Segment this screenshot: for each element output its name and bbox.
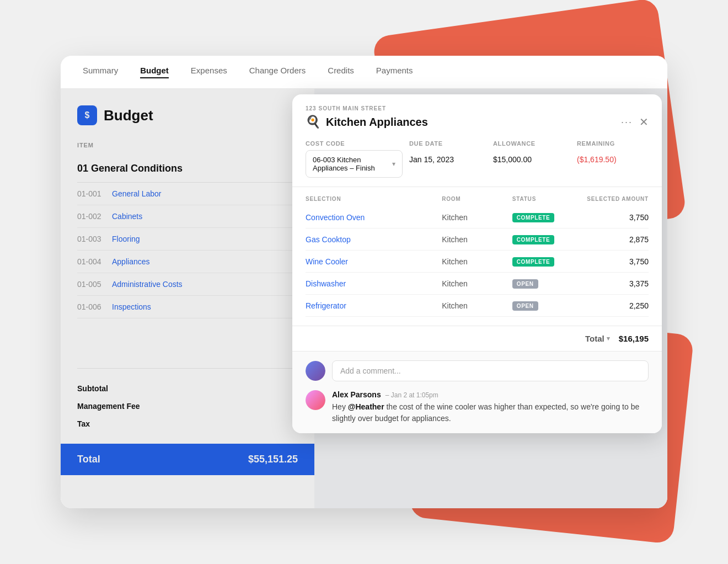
tab-change-orders[interactable]: Change Orders bbox=[249, 66, 306, 78]
comment-text: Hey @Heather the cost of the wine cooler… bbox=[332, 401, 649, 424]
comment-section: Add a comment... Alex Parsons – Jan 2 at… bbox=[292, 351, 662, 433]
selection-room: Kitchen bbox=[442, 257, 508, 266]
tab-expenses[interactable]: Expenses bbox=[191, 66, 227, 78]
status-badge: OPEN bbox=[512, 279, 538, 289]
kitchen-appliances-modal: 123 South Main Street 🍳 Kitchen Applianc… bbox=[292, 94, 662, 433]
comment-input-row: Add a comment... bbox=[306, 360, 649, 381]
modal-title-text: Kitchen Appliances bbox=[326, 116, 428, 129]
selection-status: COMPLETE bbox=[512, 256, 579, 267]
due-date-field: Due Date Jan 15, 2023 bbox=[409, 140, 486, 178]
tab-budget[interactable]: Budget bbox=[140, 66, 169, 78]
due-date-label: Due Date bbox=[409, 140, 486, 147]
selection-name[interactable]: Gas Cooktop bbox=[306, 235, 437, 244]
modal-title-row: 🍳 Kitchen Appliances ··· ✕ bbox=[306, 115, 649, 129]
selection-room: Kitchen bbox=[442, 279, 508, 288]
comment-author: Alex Parsons bbox=[332, 390, 381, 399]
status-badge: OPEN bbox=[512, 301, 538, 311]
tab-payments[interactable]: Payments bbox=[376, 66, 413, 78]
tab-credits[interactable]: Credits bbox=[328, 66, 354, 78]
cost-code-label: Cost Code bbox=[306, 140, 403, 147]
modal-overlay: 123 South Main Street 🍳 Kitchen Applianc… bbox=[61, 89, 667, 508]
status-col-header: STATUS bbox=[512, 196, 579, 202]
modal-actions: ··· ✕ bbox=[621, 115, 649, 129]
selection-name[interactable]: Convection Oven bbox=[306, 213, 437, 222]
modal-header: 123 South Main Street 🍳 Kitchen Applianc… bbox=[292, 94, 662, 129]
chevron-down-icon: ▾ bbox=[392, 160, 395, 168]
comment-author-row: Alex Parsons – Jan 2 at 1:05pm bbox=[332, 390, 649, 399]
current-user-avatar bbox=[306, 361, 325, 381]
comment-time: – Jan 2 at 1:05pm bbox=[386, 391, 438, 399]
main-card: Summary Budget Expenses Change Orders Cr… bbox=[61, 56, 667, 508]
cost-code-value: 06-003 Kitchen Appliances – Finish bbox=[313, 156, 392, 172]
selection-col-header: SELECTION bbox=[306, 196, 437, 202]
allowance-value: $15,000.00 bbox=[493, 150, 570, 169]
selections-table: SELECTION ROOM STATUS SELECTED AMOUNT Co… bbox=[292, 187, 662, 326]
status-badge: COMPLETE bbox=[512, 257, 554, 267]
selection-name[interactable]: Wine Cooler bbox=[306, 257, 437, 266]
table-row: Gas Cooktop Kitchen COMPLETE 2,875 bbox=[306, 228, 649, 251]
table-row: Wine Cooler Kitchen COMPLETE 3,750 bbox=[306, 251, 649, 273]
kitchen-icon: 🍳 bbox=[306, 115, 320, 129]
room-col-header: ROOM bbox=[442, 196, 508, 202]
tab-bar: Summary Budget Expenses Change Orders Cr… bbox=[61, 56, 667, 89]
selection-room: Kitchen bbox=[442, 301, 508, 310]
remaining-label: Remaining bbox=[577, 140, 649, 147]
modal-total-row: Total ▾ $16,195 bbox=[292, 326, 662, 351]
selection-amount: 3,750 bbox=[582, 257, 649, 266]
status-badge: COMPLETE bbox=[512, 213, 554, 222]
due-date-value: Jan 15, 2023 bbox=[409, 150, 486, 169]
comment-text-before: Hey bbox=[332, 402, 348, 411]
selection-room: Kitchen bbox=[442, 235, 508, 244]
allowance-label: Allowance bbox=[493, 140, 570, 147]
selection-name[interactable]: Dishwasher bbox=[306, 279, 437, 288]
table-row: Convection Oven Kitchen COMPLETE 3,750 bbox=[306, 206, 649, 228]
content-area: $ Budget ITEM 01 General Conditions 01-0… bbox=[61, 89, 667, 508]
selection-amount: 3,375 bbox=[582, 279, 649, 288]
table-row: Refrigerator Kitchen OPEN 2,250 bbox=[306, 295, 649, 317]
selection-status: COMPLETE bbox=[512, 234, 579, 244]
allowance-field: Allowance $15,000.00 bbox=[493, 140, 570, 178]
selection-status: OPEN bbox=[512, 278, 579, 289]
modal-total-amount: $16,195 bbox=[619, 334, 649, 343]
tab-summary[interactable]: Summary bbox=[83, 66, 118, 78]
more-options-button[interactable]: ··· bbox=[621, 116, 633, 128]
comment-content: Alex Parsons – Jan 2 at 1:05pm Hey @Heat… bbox=[332, 390, 649, 424]
selection-amount: 3,750 bbox=[582, 213, 649, 222]
modal-address: 123 South Main Street bbox=[306, 105, 649, 111]
selections-table-header: SELECTION ROOM STATUS SELECTED AMOUNT bbox=[306, 196, 649, 202]
table-row: Dishwasher Kitchen OPEN 3,375 bbox=[306, 273, 649, 295]
avatar-image bbox=[306, 390, 325, 410]
comment-message: Alex Parsons – Jan 2 at 1:05pm Hey @Heat… bbox=[306, 390, 649, 424]
modal-total-label[interactable]: Total ▾ bbox=[585, 334, 610, 343]
modal-total-text: Total bbox=[585, 334, 604, 343]
remaining-value: ($1,619.50) bbox=[577, 150, 649, 169]
selection-status: COMPLETE bbox=[512, 212, 579, 222]
close-modal-button[interactable]: ✕ bbox=[639, 115, 649, 129]
comment-input[interactable]: Add a comment... bbox=[332, 360, 649, 381]
amount-col-header: SELECTED AMOUNT bbox=[582, 196, 649, 202]
selection-amount: 2,875 bbox=[582, 235, 649, 244]
selection-status: OPEN bbox=[512, 300, 579, 311]
cost-code-field: Cost Code 06-003 Kitchen Appliances – Fi… bbox=[306, 140, 403, 178]
modal-title: 🍳 Kitchen Appliances bbox=[306, 115, 428, 129]
selection-amount: 2,250 bbox=[582, 301, 649, 310]
chevron-down-icon: ▾ bbox=[607, 335, 610, 342]
selection-room: Kitchen bbox=[442, 213, 508, 222]
comment-mention: @Heather bbox=[348, 402, 384, 411]
cost-code-select[interactable]: 06-003 Kitchen Appliances – Finish ▾ bbox=[306, 150, 403, 178]
cost-code-row: Cost Code 06-003 Kitchen Appliances – Fi… bbox=[292, 140, 662, 187]
remaining-field: Remaining ($1,619.50) bbox=[577, 140, 649, 178]
commenter-avatar bbox=[306, 390, 325, 410]
avatar-image bbox=[306, 361, 325, 381]
selection-name[interactable]: Refrigerator bbox=[306, 301, 437, 310]
status-badge: COMPLETE bbox=[512, 235, 554, 244]
